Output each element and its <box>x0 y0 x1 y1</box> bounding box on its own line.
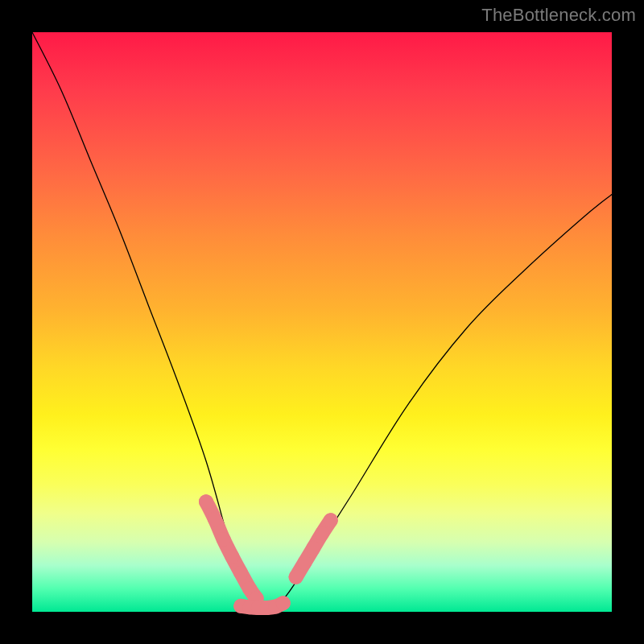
highlight-dot <box>208 512 222 526</box>
watermark-text: TheBottleneck.com <box>481 5 636 26</box>
highlight-dot <box>315 526 329 541</box>
plot-area <box>32 32 612 612</box>
highlight-dot <box>217 532 231 547</box>
highlight-dot <box>233 566 248 580</box>
highlight-dot <box>306 541 320 555</box>
highlight-dot <box>324 513 338 527</box>
highlight-dot <box>276 596 291 610</box>
chart-frame: TheBottleneck.com <box>0 0 644 644</box>
highlight-dot <box>289 570 303 584</box>
highlight-dot <box>297 555 312 570</box>
highlight-dot <box>199 494 213 509</box>
chart-svg <box>32 32 612 612</box>
highlight-dot <box>225 550 239 564</box>
